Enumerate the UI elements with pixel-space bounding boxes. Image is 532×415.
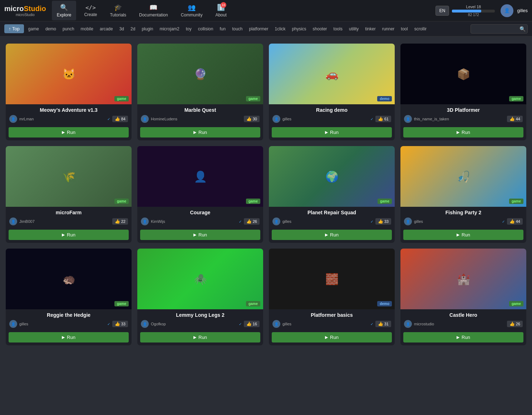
play-icon: ▶ bbox=[325, 232, 328, 237]
nav-documentation-label: Documentation bbox=[139, 12, 168, 18]
tag-platformer[interactable]: platformer bbox=[246, 25, 271, 33]
author-avatar: 👤 bbox=[141, 115, 149, 123]
game-thumbnail[interactable]: 🦔 game bbox=[6, 249, 132, 309]
tag-shooter[interactable]: shooter bbox=[310, 25, 330, 33]
game-badge: game bbox=[246, 96, 260, 101]
game-info: Marble Quest 👤 HomineLudens 👍 30 bbox=[137, 104, 263, 125]
run-button[interactable]: ▶ Run bbox=[140, 230, 260, 240]
tag-tinker[interactable]: tinker bbox=[362, 25, 378, 33]
like-icon: 👍 bbox=[115, 219, 120, 224]
tag-toy[interactable]: toy bbox=[183, 25, 194, 33]
run-label: Run bbox=[198, 335, 207, 340]
run-label: Run bbox=[462, 335, 470, 340]
nav-about-label: About bbox=[215, 12, 226, 18]
game-badge: game bbox=[114, 301, 129, 306]
tag-microjam2[interactable]: microjam2 bbox=[157, 25, 182, 33]
game-meta: 👤 mrLman ✓ 👍 84 bbox=[9, 115, 128, 123]
top-button[interactable]: ↑ Top bbox=[4, 24, 24, 33]
run-button[interactable]: ▶ Run bbox=[403, 127, 523, 138]
tag-arcade[interactable]: arcade bbox=[97, 25, 116, 33]
tag-mobile[interactable]: mobile bbox=[78, 25, 96, 33]
game-thumbnail[interactable]: 🌍 game bbox=[269, 146, 395, 207]
game-thumbnail[interactable]: 🌾 game bbox=[6, 146, 132, 207]
tag-game[interactable]: game bbox=[25, 25, 42, 33]
game-thumbnail[interactable]: 🚗 demo bbox=[269, 44, 395, 104]
run-button[interactable]: ▶ Run bbox=[403, 332, 523, 342]
game-badge: game bbox=[114, 96, 129, 101]
author-name: gilles bbox=[414, 219, 499, 224]
game-badge: game bbox=[246, 301, 260, 306]
play-icon: ▶ bbox=[457, 130, 459, 135]
tag-tools[interactable]: tools bbox=[331, 25, 345, 33]
run-button[interactable]: ▶ Run bbox=[272, 230, 392, 240]
game-info: microFarm 👤 JimB007 👍 22 bbox=[6, 207, 132, 228]
run-button[interactable]: ▶ Run bbox=[272, 127, 392, 138]
nav-explore[interactable]: 🔍 Explore bbox=[52, 1, 77, 20]
game-info: Castle Hero 👤 microstudio 👍 26 bbox=[400, 309, 526, 330]
nav-community[interactable]: 👥 Community bbox=[176, 1, 208, 20]
user-section: 👤 gilles bbox=[501, 4, 528, 17]
play-icon: ▶ bbox=[62, 130, 65, 135]
game-thumbnail[interactable]: 📦 game bbox=[400, 44, 526, 104]
avatar[interactable]: 👤 bbox=[501, 4, 513, 17]
like-icon: 👍 bbox=[378, 219, 383, 224]
verified-icon: ✓ bbox=[239, 220, 242, 224]
search-input[interactable] bbox=[471, 24, 528, 34]
run-button[interactable]: ▶ Run bbox=[140, 332, 260, 342]
run-button[interactable]: ▶ Run bbox=[403, 230, 523, 240]
nav-tutorials[interactable]: 🎓 Tutorials bbox=[105, 1, 131, 20]
game-thumbnail[interactable]: 🕷️ game bbox=[137, 249, 263, 309]
game-info: Planet Repair Squad 👤 gilles ✓ 👍 33 bbox=[269, 207, 395, 228]
like-number: 84 bbox=[121, 117, 125, 121]
author-name: microstudio bbox=[414, 322, 505, 326]
author-name: KimWijs bbox=[151, 219, 236, 224]
like-number: 26 bbox=[516, 322, 520, 326]
play-icon: ▶ bbox=[457, 232, 459, 237]
tag-tool[interactable]: tool bbox=[398, 25, 410, 33]
tag-touch[interactable]: touch bbox=[229, 25, 245, 33]
nav-about[interactable]: ℹ️ 16 About bbox=[210, 1, 231, 20]
game-thumbnail[interactable]: 🧱 demo bbox=[269, 249, 395, 309]
thumb-inner: 🎣 bbox=[400, 146, 526, 207]
nav-documentation[interactable]: 📖 Documentation bbox=[134, 1, 173, 20]
tag-plugin[interactable]: plugin bbox=[139, 25, 156, 33]
play-icon: ▶ bbox=[193, 130, 196, 135]
user-name[interactable]: gilles bbox=[517, 8, 528, 13]
tag-scrollir[interactable]: scrollir bbox=[412, 25, 430, 33]
game-thumbnail[interactable]: 🎣 game bbox=[400, 146, 526, 207]
run-button[interactable]: ▶ Run bbox=[140, 127, 260, 138]
tag-2d[interactable]: 2d bbox=[128, 25, 138, 33]
tag-demo[interactable]: demo bbox=[43, 25, 59, 33]
game-thumbnail[interactable]: 🔮 game bbox=[137, 44, 263, 104]
game-thumbnail[interactable]: 👤 game bbox=[137, 146, 263, 207]
run-button[interactable]: ▶ Run bbox=[9, 332, 129, 342]
game-info: Platformer basics 👤 gilles ✓ 👍 31 bbox=[269, 309, 395, 330]
tag-fun[interactable]: fun bbox=[217, 25, 228, 33]
author-name: this_name_is_taken bbox=[414, 117, 505, 121]
tag-1click[interactable]: 1click bbox=[272, 25, 289, 33]
tag-punch[interactable]: punch bbox=[60, 25, 77, 33]
tag-collision[interactable]: collision bbox=[195, 25, 216, 33]
game-thumbnail[interactable]: 🏰 game bbox=[400, 249, 526, 309]
language-button[interactable]: EN bbox=[435, 6, 449, 16]
search-button[interactable]: 🔍 bbox=[519, 26, 526, 32]
run-button[interactable]: ▶ Run bbox=[272, 332, 392, 342]
tag-utility[interactable]: utility bbox=[346, 25, 361, 33]
game-thumbnail[interactable]: 🐱 game bbox=[6, 44, 132, 104]
author-avatar: 👤 bbox=[404, 320, 412, 328]
run-label: Run bbox=[462, 232, 470, 238]
tag-runner[interactable]: runner bbox=[379, 25, 398, 33]
thumb-inner: 🚗 bbox=[269, 44, 395, 104]
author-avatar: 👤 bbox=[272, 218, 280, 225]
level-bar-background bbox=[452, 10, 495, 12]
logo[interactable]: microStudio microStudio bbox=[4, 5, 46, 17]
nav-create[interactable]: </> Create bbox=[79, 1, 102, 20]
thumb-inner: 📦 bbox=[400, 44, 526, 104]
game-meta: 👤 gilles ✓ 👍 33 bbox=[9, 320, 128, 328]
game-card: 📦 game 3D Platformer 👤 this_name_is_take… bbox=[400, 44, 526, 140]
tag-physics[interactable]: physics bbox=[289, 25, 309, 33]
run-button[interactable]: ▶ Run bbox=[9, 230, 129, 240]
run-button[interactable]: ▶ Run bbox=[9, 127, 129, 138]
tag-3d[interactable]: 3d bbox=[117, 25, 127, 33]
play-icon: ▶ bbox=[325, 130, 328, 135]
